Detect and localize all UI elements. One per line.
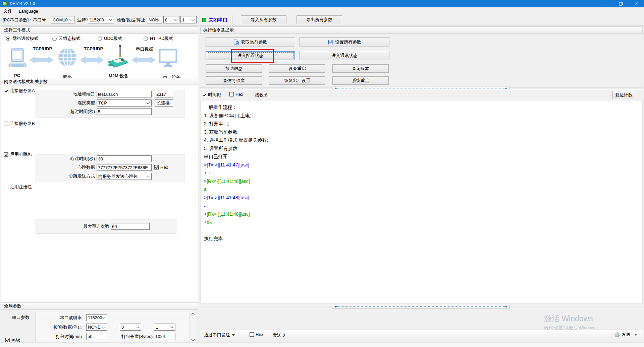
set-params-button[interactable]: 设置所有参数 bbox=[300, 37, 389, 47]
hb-hex-label: Hex bbox=[160, 165, 168, 170]
arrow-m2m-serial-icon bbox=[131, 56, 156, 65]
hb-time-label: 心跳时间(秒) bbox=[40, 155, 95, 162]
register-checkbox[interactable]: 启用注册包 bbox=[4, 184, 32, 190]
heartbeat-checkbox[interactable]: 启用心跳包 bbox=[4, 151, 32, 157]
hb-hex-checkbox[interactable]: Hex bbox=[154, 165, 168, 170]
query-signal-button[interactable]: 查信号强度 bbox=[206, 76, 262, 85]
get-params-button[interactable]: 获取当前参数 bbox=[206, 37, 295, 47]
chevron-down-icon bbox=[147, 174, 150, 178]
close-port-button[interactable]: 关闭串口 bbox=[202, 17, 227, 23]
command-group-header: 执行命令及提示 bbox=[200, 26, 643, 34]
scroll-up-icon[interactable] bbox=[192, 313, 195, 316]
server-a-port-input[interactable] bbox=[155, 91, 173, 97]
g-parity-select[interactable]: NONE bbox=[86, 324, 107, 331]
stopbits-value: 1 bbox=[182, 17, 184, 22]
windows-activation-watermark-line2: 转到“设置”以激活 Windows。 bbox=[544, 325, 601, 331]
g-databits-select[interactable]: 8 bbox=[120, 324, 141, 331]
parity-select[interactable]: NONI bbox=[147, 16, 162, 23]
factory-reset-button[interactable]: 恢复出厂设置 bbox=[269, 76, 325, 85]
chevron-down-icon bbox=[109, 18, 112, 21]
reconnect-input[interactable] bbox=[111, 223, 150, 230]
enter-comm-label: 进入通讯状态 bbox=[331, 53, 358, 59]
timestamp-checkbox[interactable]: 时间戳 bbox=[202, 92, 221, 98]
g-baud-value: 115200 bbox=[88, 315, 102, 320]
send-options-icon bbox=[614, 332, 620, 337]
hb-time-input[interactable] bbox=[97, 155, 152, 162]
server-b-checkbox[interactable]: 连接服务器B bbox=[4, 121, 35, 127]
server-a-address-input[interactable] bbox=[97, 91, 152, 97]
system-reboot-button[interactable]: 系统重启 bbox=[332, 76, 389, 85]
chevron-down-icon bbox=[102, 325, 105, 328]
hb-mode-value: 向服务器发送心跳包 bbox=[98, 174, 138, 180]
splitter-handle-top[interactable] bbox=[332, 86, 510, 90]
app-icon bbox=[2, 1, 7, 6]
minimize-button[interactable] bbox=[598, 0, 613, 7]
g-stopbits-select[interactable]: 1 bbox=[154, 324, 175, 331]
device-reboot-button[interactable]: 设备重启 bbox=[269, 64, 325, 73]
radio-icon bbox=[144, 37, 148, 41]
hb-mode-label: 心跳发送方式 bbox=[40, 173, 95, 180]
send-hex-checkbox[interactable]: Hex bbox=[250, 332, 263, 337]
conn-mode-select[interactable]: 长连接 bbox=[155, 99, 173, 107]
enter-comm-button[interactable]: 进入通讯状态 bbox=[300, 51, 389, 60]
log-output[interactable]: 一般操作流程：1. 设备连PC串口,上电;2. 打开串口;3. 获取当前参数;4… bbox=[200, 100, 643, 303]
left-panel-scrollbar[interactable] bbox=[191, 311, 195, 343]
pack-len-input[interactable] bbox=[154, 333, 175, 340]
g-databits-value: 8 bbox=[121, 325, 124, 330]
server-b-label: 连接服务器B bbox=[10, 121, 35, 127]
checkbox-icon bbox=[5, 338, 10, 342]
menu-file[interactable]: 文件 bbox=[0, 7, 15, 15]
addr-port-label: 地址和端口 bbox=[40, 91, 95, 97]
log-line: 执行完毕 bbox=[204, 234, 639, 243]
radio-httpd-mode[interactable]: HTTPD模式 bbox=[144, 36, 173, 42]
pack-time-input[interactable] bbox=[86, 333, 107, 340]
work-mode-group-header: 选择工作模式 bbox=[1, 26, 198, 34]
chevron-down-icon bbox=[192, 18, 195, 21]
export-params-button[interactable]: 导出所有参数 bbox=[297, 15, 342, 24]
baud-select[interactable]: 115200 bbox=[88, 16, 114, 23]
get-params-label: 获取当前参数 bbox=[241, 39, 267, 45]
log-line: a bbox=[204, 185, 639, 194]
scroll-down-icon[interactable] bbox=[192, 338, 195, 341]
conn-type-select[interactable]: TCP bbox=[97, 99, 152, 107]
log-line: >[Rx<-][11:41:48][asc] bbox=[204, 177, 639, 186]
radio-icon bbox=[6, 37, 10, 41]
query-version-button[interactable]: 查询版本 bbox=[332, 64, 389, 73]
radio-net-transparent-mode[interactable]: 网络透传模式 bbox=[6, 36, 39, 42]
sent-count: 发送:0 bbox=[273, 332, 285, 339]
close-button[interactable] bbox=[629, 0, 644, 7]
databits-select[interactable]: 8 bbox=[163, 16, 179, 23]
arrow-pc-net-icon bbox=[30, 56, 54, 65]
splitter-handle-bottom[interactable] bbox=[332, 305, 510, 309]
com-port-select[interactable]: COM10 bbox=[51, 16, 74, 23]
log-line: 3. 获取当前参数; bbox=[204, 128, 639, 136]
reset-count-button[interactable]: 复位计数 bbox=[612, 91, 635, 99]
send-button[interactable]: 发送 bbox=[614, 332, 637, 338]
log-line: >[Tx->][11:41:48][asc] bbox=[204, 194, 639, 202]
hb-mode-select[interactable]: 向服务器发送心跳包 bbox=[97, 173, 152, 180]
server-a-checkbox[interactable]: 连接服务器A bbox=[4, 88, 35, 94]
chevron-down-icon bbox=[102, 316, 105, 319]
net-params-group-title: 网络透传模式相关参数 bbox=[4, 79, 48, 85]
log-line bbox=[204, 226, 639, 235]
log-line: 5. 设置所有参数; bbox=[204, 144, 639, 153]
import-params-button[interactable]: 导入所有参数 bbox=[241, 15, 286, 24]
chevron-down-icon bbox=[170, 325, 174, 328]
log-hex-checkbox[interactable]: Hex bbox=[229, 92, 243, 97]
link-label-m2m-serial: 串口数据 bbox=[136, 46, 153, 52]
timeout-input[interactable] bbox=[97, 108, 152, 115]
g-baud-select[interactable]: 115200 bbox=[86, 314, 107, 321]
send-via-serial-dropdown[interactable]: 通过串口发送 bbox=[204, 332, 235, 338]
radio-udc-mode[interactable]: UDC模式 bbox=[98, 36, 122, 42]
menu-language[interactable]: Language bbox=[15, 7, 42, 15]
hb-data-input[interactable] bbox=[97, 164, 152, 171]
stopbits-select[interactable]: 1 bbox=[180, 16, 197, 23]
log-line: 一般操作流程： bbox=[204, 103, 639, 112]
m2m-device-icon bbox=[106, 45, 129, 72]
checkbox-icon bbox=[4, 152, 8, 157]
log-line: 4. 选择工作模式,配置相关参数; bbox=[204, 136, 639, 144]
help-button[interactable]: 帮助信息 bbox=[206, 64, 262, 73]
node-label-pc: PC bbox=[14, 73, 20, 78]
radio-cloud-mode[interactable]: 云组态模式 bbox=[52, 36, 80, 42]
maximize-button[interactable] bbox=[613, 0, 629, 7]
